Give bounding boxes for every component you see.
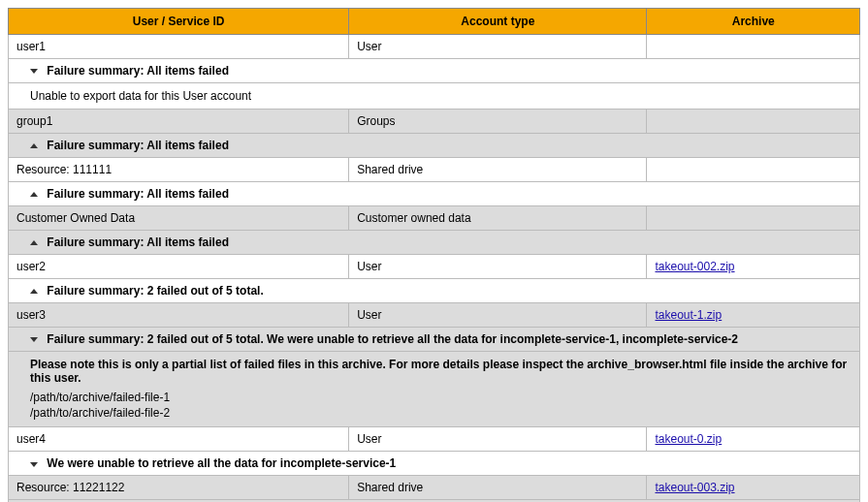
cell-type: User [349, 303, 647, 328]
cell-type: Customer owned data [349, 206, 647, 231]
header-archive: Archive [647, 9, 860, 35]
chevron-down-icon [30, 462, 38, 467]
archive-link[interactable]: takeout-003.zip [655, 481, 734, 494]
cell-id: user2 [9, 255, 349, 279]
cell-type: Shared drive [349, 158, 647, 182]
cell-type: User [349, 35, 647, 59]
chevron-up-icon [30, 143, 38, 148]
failure-detail-text: Unable to export data for this User acco… [9, 83, 860, 110]
failure-summary-row[interactable]: Failure summary: 2 failed out of 5 total… [9, 279, 860, 303]
table-row: user2 User takeout-002.zip [9, 255, 860, 279]
cell-archive: takeout-1.zip [647, 303, 860, 328]
cell-type: User [349, 255, 647, 279]
chevron-up-icon [30, 192, 38, 197]
cell-id: group1 [9, 110, 349, 134]
failure-summary-text: We were unable to retrieve all the data … [47, 456, 396, 470]
failure-summary-text: Failure summary: All items failed [47, 187, 229, 201]
cell-id: user4 [9, 427, 349, 452]
archive-link[interactable]: takeout-1.zip [655, 308, 722, 322]
failure-summary-text: Failure summary: 2 failed out of 5 total… [47, 332, 738, 346]
failure-summary-text: Failure summary: All items failed [47, 64, 229, 78]
cell-id: user1 [9, 35, 349, 59]
table-row: group1 Groups [9, 110, 860, 134]
failure-summary-text: Failure summary: All items failed [47, 139, 229, 152]
export-status-table: User / Service ID Account type Archive u… [8, 8, 860, 502]
chevron-up-icon [30, 289, 38, 294]
cell-archive [647, 206, 860, 231]
cell-id: Resource: 111111 [9, 158, 349, 182]
cell-archive [647, 35, 860, 59]
failure-summary-text: Failure summary: All items failed [47, 235, 229, 249]
cell-type: User [349, 427, 647, 452]
table-row: user3 User takeout-1.zip [9, 303, 860, 328]
cell-archive [647, 110, 860, 134]
table-row: user1 User [9, 35, 860, 59]
failure-summary-row[interactable]: Failure summary: All items failed [9, 134, 860, 158]
chevron-down-icon [30, 69, 38, 74]
table-row: user4 User takeout-0.zip [9, 427, 860, 452]
cell-type: Groups [349, 110, 647, 134]
failure-summary-row[interactable]: Failure summary: All items failed [9, 231, 860, 255]
failure-summary-row[interactable]: We were unable to retrieve all the data … [9, 452, 860, 476]
cell-id: user3 [9, 303, 349, 328]
chevron-up-icon [30, 240, 38, 245]
header-row: User / Service ID Account type Archive [9, 9, 860, 35]
partial-list-note: Please note this is only a partial list … [30, 358, 852, 385]
failure-detail-row: Unable to export data for this User acco… [9, 83, 860, 110]
table-row: Resource: 111111 Shared drive [9, 158, 860, 182]
cell-archive: takeout-003.zip [647, 476, 860, 500]
cell-id: Resource: 11221122 [9, 476, 349, 500]
failure-summary-text: Failure summary: 2 failed out of 5 total… [47, 284, 263, 298]
table-row: Customer Owned Data Customer owned data [9, 206, 860, 231]
cell-archive: takeout-002.zip [647, 255, 860, 279]
failure-summary-row[interactable]: Failure summary: All items failed [9, 182, 860, 206]
archive-link[interactable]: takeout-002.zip [655, 260, 734, 273]
cell-id: Customer Owned Data [9, 206, 349, 231]
failure-detail-row: Please note this is only a partial list … [9, 352, 860, 427]
header-user-service-id: User / Service ID [9, 9, 349, 35]
table-row: Resource: 11221122 Shared drive takeout-… [9, 476, 860, 500]
archive-link[interactable]: takeout-0.zip [655, 432, 722, 446]
cell-archive [647, 158, 860, 182]
failure-summary-row[interactable]: Failure summary: All items failed [9, 59, 860, 83]
header-account-type: Account type [349, 9, 647, 35]
failure-summary-row[interactable]: Failure summary: 2 failed out of 5 total… [9, 328, 860, 352]
cell-type: Shared drive [349, 476, 647, 500]
chevron-down-icon [30, 337, 38, 342]
failed-file-path: /path/to/archive/failed-file-1 [30, 391, 852, 406]
failed-file-path: /path/to/archive/failed-file-2 [30, 406, 852, 422]
cell-archive: takeout-0.zip [647, 427, 860, 452]
